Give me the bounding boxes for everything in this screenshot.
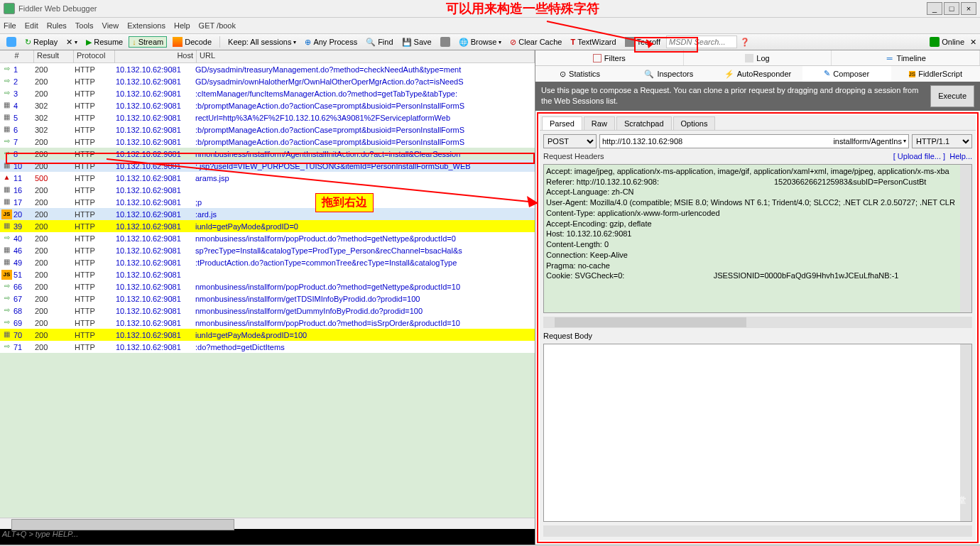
- tab-fiddlerscript[interactable]: JSFiddlerScript: [891, 66, 980, 82]
- headers-hscroll[interactable]: [543, 317, 972, 328]
- wechat-icon: [883, 482, 918, 518]
- table-row[interactable]: ▦6302HTTP10.132.10.62:9081:b/promptManag…: [0, 124, 535, 136]
- tab-autoresponder[interactable]: ⚡AutoResponder: [713, 66, 802, 82]
- table-row[interactable]: ⇨67200HTTP10.132.10.62:9081nmonbusiness/…: [0, 293, 535, 305]
- req-headers-label: Request Headers: [543, 152, 893, 160]
- upload-file-link[interactable]: [ Upload file... ]: [893, 152, 945, 160]
- sessions-hscroll[interactable]: [0, 518, 535, 529]
- tab-inspectors[interactable]: 🔍Inspectors: [624, 66, 713, 82]
- menu-help[interactable]: Help: [174, 21, 190, 30]
- table-row[interactable]: JS51200HTTP10.132.10.62:9081: [0, 268, 535, 280]
- table-row[interactable]: ⇨69200HTTP10.132.10.62:9081nmonbusiness/…: [0, 317, 535, 329]
- ctab-options[interactable]: Options: [673, 116, 716, 130]
- decode-button[interactable]: Decode: [170, 36, 214, 48]
- col-protocol[interactable]: Protocol: [74, 50, 115, 62]
- stream-button[interactable]: ↓Stream: [129, 36, 167, 48]
- svg-marker-3: [527, 196, 538, 207]
- headers-vscroll[interactable]: [960, 165, 971, 312]
- menu-view[interactable]: View: [102, 21, 119, 30]
- app-icon: [4, 3, 15, 14]
- ctab-parsed[interactable]: Parsed: [542, 116, 582, 130]
- table-row[interactable]: ⇨40200HTTP10.132.10.62:9081nmonbusiness/…: [0, 232, 535, 244]
- tab-statistics[interactable]: ⊙Statistics: [535, 66, 624, 82]
- table-row[interactable]: ▦5302HTTP10.132.10.62:9081rectUrl=http%3…: [0, 111, 535, 124]
- replay-button[interactable]: ↻Replay: [22, 37, 60, 48]
- table-row[interactable]: ⇨68200HTTP10.132.10.62:9081nmonbusiness/…: [0, 305, 535, 317]
- resume-button[interactable]: ▶Resume: [83, 37, 126, 48]
- menu-tools[interactable]: Tools: [75, 21, 94, 30]
- table-row[interactable]: ▦4302HTTP10.132.10.62:9081:b/promptManag…: [0, 99, 535, 111]
- url-input[interactable]: http://10.132.10.62:908 ··· installform/…: [599, 134, 909, 148]
- find-button[interactable]: 🔍Find: [363, 37, 396, 48]
- table-row[interactable]: ⇨66200HTTP10.132.10.62:9081nmonbusiness/…: [0, 280, 535, 293]
- arrow-top: [440, 14, 668, 57]
- online-button[interactable]: Online: [927, 36, 967, 48]
- keep-button[interactable]: Keep: All sessions▾: [225, 37, 299, 47]
- table-row[interactable]: ▦49200HTTP10.132.10.62:9081:tProductActi…: [0, 256, 535, 268]
- save-button[interactable]: 💾Save: [399, 37, 435, 48]
- execute-button[interactable]: Execute: [930, 85, 974, 107]
- httpver-select[interactable]: HTTP/1.1: [912, 134, 972, 148]
- ctab-scratchpad[interactable]: Scratchpad: [616, 116, 672, 130]
- table-row[interactable]: ▦39200HTTP10.132.10.62:9081iunId=getPayM…: [0, 220, 535, 232]
- ctab-raw[interactable]: Raw: [584, 116, 615, 130]
- col-number[interactable]: #: [0, 50, 34, 62]
- table-row[interactable]: ⇨7200HTTP10.132.10.62:9081:b/promptManag…: [0, 136, 535, 148]
- svg-line-0: [547, 21, 653, 44]
- menu-file[interactable]: File: [4, 21, 16, 30]
- method-select[interactable]: POST: [543, 134, 597, 148]
- quickexec-bar[interactable]: ALT+Q > type HELP...: [0, 529, 535, 542]
- sessions-panel: # Result Protocol Host URL ⇨1200HTTP10.1…: [0, 50, 535, 545]
- menu-getbook[interactable]: GET /book: [199, 21, 236, 30]
- menu-rules[interactable]: Rules: [47, 21, 67, 30]
- annotation-top: 可以用来构造一些特殊字符: [446, 0, 599, 17]
- right-tabs-row2: ⊙Statistics 🔍Inspectors ⚡AutoResponder ✎…: [535, 66, 980, 82]
- tab-composer[interactable]: ✎Composer: [802, 66, 891, 82]
- table-row[interactable]: ⇨1200HTTP10.132.10.62:9081GD/sysadmin/tr…: [0, 63, 535, 75]
- watermark: HTML5学堂: [883, 482, 966, 518]
- request-headers-box[interactable]: Accept: image/jpeg, application/x-ms-app…: [543, 164, 972, 313]
- remove-button[interactable]: ✕▾: [63, 37, 80, 48]
- table-row[interactable]: ⇨71200HTTP10.132.10.62:9081:do?method=ge…: [0, 341, 535, 353]
- right-panel: Filters Log ═Timeline ⊙Statistics 🔍Inspe…: [535, 50, 980, 545]
- close-button[interactable]: ×: [961, 2, 976, 15]
- annotation-middle: 拖到右边: [315, 193, 374, 212]
- svg-marker-1: [646, 39, 653, 48]
- menu-edit[interactable]: Edit: [25, 21, 38, 30]
- body-hscroll[interactable]: [543, 525, 972, 537]
- tab-log[interactable]: Log: [684, 50, 832, 65]
- col-host[interactable]: Host: [115, 50, 197, 62]
- composer-tabs: Parsed Raw Scratchpad Options: [540, 115, 976, 131]
- table-row[interactable]: ▦70200HTTP10.132.10.62:9081iunId=getPayM…: [0, 329, 535, 341]
- req-body-label: Request Body: [543, 332, 972, 340]
- anyprocess-button[interactable]: ⊕Any Process: [302, 37, 360, 48]
- close-toolbar-button[interactable]: ✕: [970, 38, 976, 47]
- help-link[interactable]: Help...: [949, 152, 972, 160]
- composer-tip: Use this page to compose a Request. You …: [535, 82, 980, 111]
- minimize-button[interactable]: _: [927, 2, 942, 15]
- table-row[interactable]: ⇨2200HTTP10.132.10.62:9081GD/sysadmin/ow…: [0, 75, 535, 87]
- help-icon[interactable]: ❓: [740, 38, 750, 47]
- menu-extensions[interactable]: Extensions: [127, 21, 165, 30]
- sessions-list[interactable]: ⇨1200HTTP10.132.10.62:9081GD/sysadmin/tr…: [0, 63, 535, 518]
- comment-button[interactable]: [4, 36, 19, 48]
- table-row[interactable]: ⇨3200HTTP10.132.10.62:9081:cItemManager/…: [0, 87, 535, 99]
- table-row[interactable]: ▦46200HTTP10.132.10.62:9081sp?recType=In…: [0, 244, 535, 256]
- msdn-search-input[interactable]: [666, 36, 737, 48]
- tab-timeline[interactable]: ═Timeline: [832, 50, 980, 65]
- maximize-button[interactable]: □: [944, 2, 959, 15]
- col-result[interactable]: Result: [34, 50, 74, 62]
